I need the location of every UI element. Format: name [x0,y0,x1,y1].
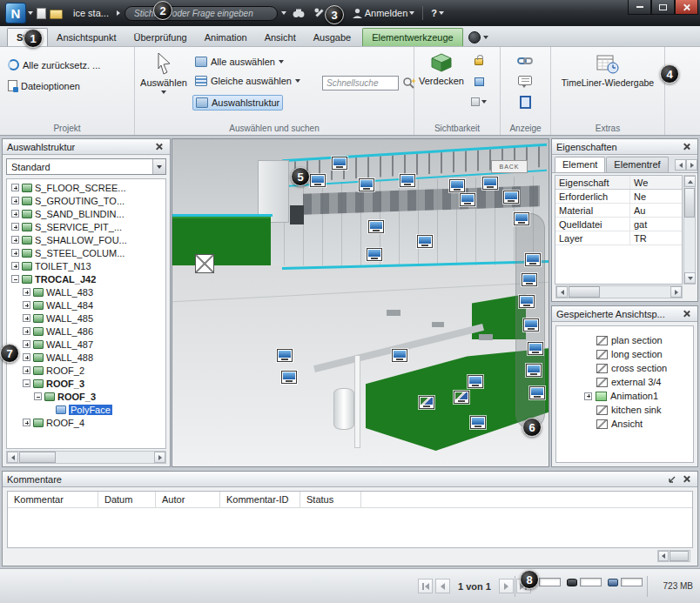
grid-row[interactable]: Erforderlich Ne [555,190,682,204]
tab-scroll-left-button[interactable] [675,159,686,171]
scroll-down-button[interactable] [684,272,696,284]
viewpoint-item[interactable]: kitchen sink [556,403,693,417]
collapse-icon[interactable] [23,379,30,387]
open-file-icon[interactable] [50,10,63,19]
model-tag-icon[interactable] [470,416,486,429]
expand-icon[interactable] [23,327,30,335]
new-file-icon[interactable] [37,8,46,19]
reset-all-button[interactable]: Alle zurücksetz. ... [5,57,103,72]
tree-item[interactable]: S_SERVICE_PIT_... [7,220,165,233]
scrollbar-thumb[interactable] [670,551,689,561]
search-dropdown-icon[interactable] [281,11,286,15]
model-tag-icon[interactable] [525,253,541,266]
column-header[interactable]: Kommentar [8,492,98,507]
maximize-button[interactable] [651,0,675,15]
scrollbar-thumb[interactable] [19,452,56,463]
viewpoint-item[interactable]: Ansicht [556,417,693,431]
horizontal-scrollbar[interactable] [6,451,166,464]
viewpoint-item[interactable]: long section [556,347,693,361]
column-header[interactable]: Autor [156,492,220,507]
hide-button[interactable]: Verdecken [418,52,465,86]
scroll-left-button[interactable] [7,452,18,463]
application-menu-button[interactable]: N [5,3,33,23]
dock-panel-button[interactable] [665,473,678,486]
quick-properties-button[interactable] [516,73,534,88]
model-tag-icon[interactable] [392,349,407,362]
tree-item[interactable]: WALL_488 [7,351,165,364]
tree-item[interactable]: S_FLOOR_SCREE... [7,181,165,194]
expand-icon[interactable] [23,366,30,374]
grid-row[interactable]: Material Au [555,204,682,218]
model-tag-icon[interactable] [332,157,347,170]
column-header[interactable]: Status [300,492,361,507]
tree-item[interactable]: S_SHALLOW_FOU... [7,233,165,246]
expand-icon[interactable] [11,223,19,231]
model-tag-icon[interactable] [460,193,475,206]
tree-item[interactable]: ROOF_3 [7,390,165,403]
model-tag-icon[interactable] [417,235,433,248]
dropdown-button[interactable] [152,159,165,174]
tree-item[interactable]: S_GROUTING_TO... [7,194,165,207]
scroll-left-button[interactable] [658,551,669,561]
previous-sheet-button[interactable] [435,579,450,593]
select-all-button[interactable]: Alle auswählen [192,55,286,69]
viewpoint-item[interactable]: cross section [556,361,693,375]
expand-icon[interactable] [23,353,30,361]
model-tag-icon[interactable] [368,220,384,233]
tree-item[interactable]: PolyFace [7,403,165,416]
tree-item[interactable]: TROCAL_J42 [7,272,165,285]
tree-mode-dropdown[interactable]: Standard [6,158,166,175]
properties-button[interactable] [516,95,534,110]
tab-scroll-right-button[interactable] [686,159,697,171]
expand-icon[interactable] [23,301,30,309]
collapse-icon[interactable] [34,392,42,400]
model-tag-icon[interactable] [367,248,382,261]
tab-elementref[interactable]: Elementref [606,157,668,172]
tree-item[interactable]: ROOF_2 [7,364,165,377]
model-tag-icon[interactable] [281,371,297,384]
model-tag-icon[interactable] [449,179,465,192]
vertical-scrollbar[interactable] [683,175,696,285]
model-tag-icon[interactable] [310,174,326,187]
tree-item[interactable]: ROOF_3 [7,377,165,390]
tree-item[interactable]: WALL_484 [7,298,165,312]
select-button[interactable]: Auswählen [140,52,187,94]
select-same-button[interactable]: Gleiche auswählen [192,74,303,88]
expand-icon[interactable] [11,236,19,244]
tree-item[interactable]: TOILET_N13 [7,259,165,272]
model-tag-icon[interactable] [514,212,529,225]
unhide-all-button[interactable] [470,94,488,109]
app-logo[interactable]: N [5,3,26,23]
file-options-button[interactable]: Dateioptionen [5,78,83,93]
tree-item[interactable]: S_SAND_BLINDIN... [7,207,165,220]
expand-icon[interactable] [11,197,19,204]
next-sheet-button[interactable] [499,579,514,593]
expand-icon[interactable] [23,314,30,322]
tab-animation[interactable]: Animation [196,29,256,46]
tab-ansichtspunkt[interactable]: Ansichtspunkt [48,29,125,46]
expand-icon[interactable] [23,340,30,348]
expand-icon[interactable] [11,210,19,218]
animation-item[interactable]: Animation1 [556,389,693,403]
model-tag-icon[interactable] [454,391,469,404]
model-tag-icon[interactable] [519,295,535,308]
tab-ueberpruefung[interactable]: Überprüfung [125,29,196,46]
mini-horizontal-scrollbar[interactable] [657,550,690,562]
horizontal-scrollbar[interactable] [555,285,683,298]
model-tag-icon[interactable] [359,178,374,191]
expand-icon[interactable] [584,392,592,400]
viewpoint-item[interactable]: external 3/4 [556,375,693,389]
expand-icon[interactable] [11,184,19,191]
model-tag-icon[interactable] [482,177,498,190]
timeliner-playback-button[interactable]: TimeLiner-Wiedergabe [555,54,660,88]
grid-row[interactable]: Quelldatei gat [555,218,682,231]
model-tag-icon[interactable] [522,273,537,286]
require-button[interactable] [470,54,488,69]
close-panel-button[interactable] [680,473,693,486]
model-tag-icon[interactable] [523,318,539,332]
close-button[interactable] [675,0,698,15]
expand-icon[interactable] [11,262,19,270]
scrollbar-thumb[interactable] [569,286,600,298]
links-button[interactable] [516,53,534,68]
scroll-up-button[interactable] [684,176,696,187]
